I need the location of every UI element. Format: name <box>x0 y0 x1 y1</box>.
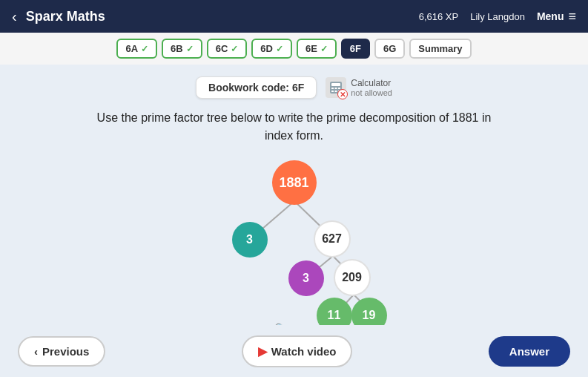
node-627: 627 <box>314 220 351 258</box>
tab-6G-label: 6G <box>383 43 396 54</box>
check-icon-6C: ✓ <box>231 44 238 54</box>
calculator-not-allowed-icon: ✕ <box>337 89 348 99</box>
svg-rect-6 <box>335 91 337 92</box>
check-icon-6D: ✓ <box>276 44 283 54</box>
tab-6F[interactable]: 6F <box>341 39 370 59</box>
answer-label: Answer <box>509 345 549 358</box>
node-3-right: 3 <box>288 260 324 296</box>
tab-6D-label: 6D <box>260 43 273 54</box>
calculator-label: Calculator <box>351 78 392 88</box>
question-line1: Use the prime factor tree below to write… <box>97 111 492 124</box>
bookwork-bar: Bookwork code: 6F ✕ Calculator not allow… <box>196 76 392 99</box>
node-19-label: 19 <box>363 309 376 322</box>
menu-button[interactable]: Menu ≡ <box>537 9 576 24</box>
answer-button[interactable]: Answer <box>489 336 570 367</box>
tab-6E[interactable]: 6E ✓ <box>297 39 337 59</box>
previous-button[interactable]: ‹ Previous <box>18 336 105 367</box>
header: ‹ Sparx Maths 6,616 XP Lily Langdon Menu… <box>0 0 588 33</box>
tab-6F-label: 6F <box>350 43 361 54</box>
watch-video-label: Watch video <box>271 345 337 358</box>
tab-6A[interactable]: 6A ✓ <box>116 39 157 59</box>
xp-display: 6,616 XP <box>419 11 459 22</box>
node-209-label: 209 <box>342 271 362 284</box>
bottom-bar: ‹ Previous ▶ Watch video Answer <box>0 325 588 377</box>
node-209: 209 <box>334 259 371 296</box>
tab-6E-label: 6E <box>305 43 317 54</box>
hamburger-icon: ≡ <box>568 9 576 24</box>
header-right: 6,616 XP Lily Langdon Menu ≡ <box>419 9 576 24</box>
watch-video-button[interactable]: ▶ Watch video <box>242 335 353 367</box>
menu-label: Menu <box>537 10 564 22</box>
calculator-not-allowed-label: not allowed <box>351 88 392 97</box>
user-name: Lily Langdon <box>470 11 525 22</box>
nav-tabs: 6A ✓ 6B ✓ 6C ✓ 6D ✓ 6E ✓ 6F 6G Summary <box>0 33 588 65</box>
tab-6B[interactable]: 6B ✓ <box>162 39 202 59</box>
tab-6C[interactable]: 6C ✓ <box>207 39 248 59</box>
previous-label: Previous <box>42 345 89 358</box>
question-text: Use the prime factor tree below to write… <box>97 109 492 145</box>
node-1881: 1881 <box>272 160 317 205</box>
svg-rect-5 <box>331 91 334 92</box>
prev-chevron-icon: ‹ <box>34 345 38 358</box>
node-3-left: 3 <box>232 222 268 258</box>
node-3-right-label: 3 <box>303 272 309 285</box>
svg-rect-1 <box>331 83 340 86</box>
tab-6B-label: 6B <box>171 43 183 54</box>
play-icon: ▶ <box>258 344 267 358</box>
tab-6G[interactable]: 6G <box>374 39 405 59</box>
back-button[interactable]: ‹ <box>12 8 17 25</box>
tab-summary-label: Summary <box>418 43 462 54</box>
tab-6D[interactable]: 6D ✓ <box>251 39 292 59</box>
bookwork-code: Bookwork code: 6F <box>196 76 317 99</box>
calculator-icon: ✕ <box>326 77 346 98</box>
check-icon-6A: ✓ <box>141 44 148 54</box>
check-icon-6E: ✓ <box>320 44 328 54</box>
node-3-left-label: 3 <box>246 233 253 246</box>
app-title: Sparx Maths <box>26 9 105 24</box>
svg-rect-3 <box>335 88 337 89</box>
node-1881-label: 1881 <box>279 175 308 191</box>
calculator-status: Calculator not allowed <box>351 78 392 97</box>
node-627-label: 627 <box>322 232 342 246</box>
tab-6C-label: 6C <box>216 43 228 54</box>
calculator-info: ✕ Calculator not allowed <box>326 77 392 98</box>
tab-summary[interactable]: Summary <box>409 39 471 59</box>
tab-6A-label: 6A <box>125 43 138 54</box>
svg-rect-2 <box>331 88 334 89</box>
question-line2: index form. <box>265 129 323 142</box>
node-11-label: 11 <box>328 309 341 322</box>
factor-tree: 1881 3 627 3 209 11 19 <box>198 157 391 320</box>
check-icon-6B: ✓ <box>186 44 194 54</box>
